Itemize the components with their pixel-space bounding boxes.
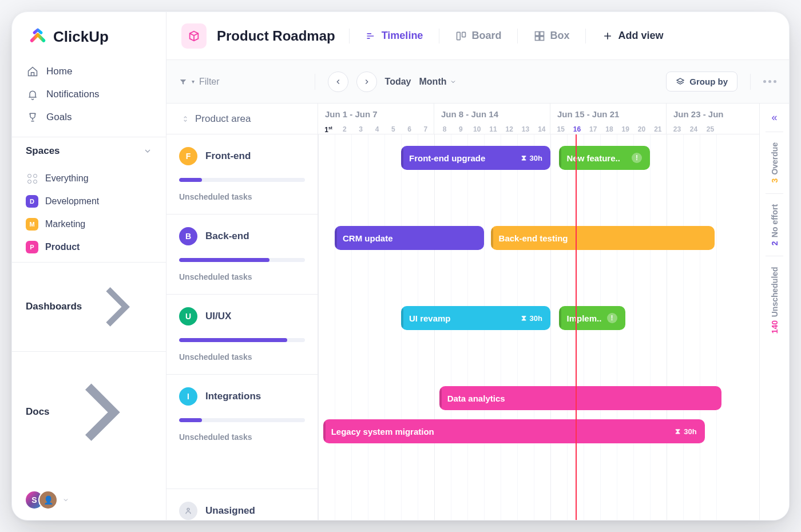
next-button[interactable] <box>356 72 377 92</box>
add-view[interactable]: Add view <box>600 27 665 44</box>
view-board[interactable]: Board <box>453 27 503 44</box>
more-menu[interactable] <box>763 80 776 83</box>
day-cell: 24 <box>685 125 702 133</box>
rail-unscheduled[interactable]: 140 Unscheduled <box>770 256 779 344</box>
space-list: Everything D Development M Marketing P P… <box>12 165 166 262</box>
row-header[interactable]: BBack-end Unscheduled tasks <box>166 215 318 295</box>
day-cell: 13 <box>517 125 533 133</box>
space-label: Product <box>45 242 80 252</box>
sidebar: ClickUp Home Notifications Goals Spaces <box>12 12 166 520</box>
plus-icon <box>602 30 613 42</box>
hourglass-icon: ⧗ <box>521 313 526 323</box>
spaces-header[interactable]: Spaces <box>12 137 166 165</box>
row-header[interactable]: UUI/UX Unscheduled tasks <box>166 295 318 375</box>
content: Product area Jun 1 - Jun 71st234567Jun 8… <box>166 104 789 520</box>
groupby-label: Group by <box>689 77 728 86</box>
view-timeline[interactable]: Timeline <box>363 27 426 44</box>
week-label: Jun 15 - Jun 21 <box>550 109 666 125</box>
space-product[interactable]: P Product <box>19 236 159 259</box>
view-box[interactable]: Box <box>532 27 572 44</box>
row-badge <box>179 502 197 520</box>
separator <box>315 74 315 90</box>
avatar: 👤 <box>38 490 58 510</box>
day-cell: 7 <box>418 125 434 134</box>
header: Product Roadmap Timeline Board Box Add v… <box>166 12 789 60</box>
row-badge: B <box>179 227 197 245</box>
box-icon <box>534 30 545 42</box>
home-icon <box>27 66 38 77</box>
clickup-logo-icon <box>28 27 47 46</box>
nav-notifications[interactable]: Notifications <box>19 83 159 106</box>
rail-label: No effort <box>770 204 779 237</box>
range-select[interactable]: Month <box>419 77 457 87</box>
row-header[interactable]: Unasigned <box>166 489 318 520</box>
toolbar: ▾ Filter Today Month Group by <box>166 60 789 104</box>
day-cell: 3 <box>353 125 369 134</box>
row-label: Unasigned <box>205 505 255 517</box>
week-label: Jun 8 - Jun 14 <box>434 109 550 125</box>
add-view-label: Add view <box>618 30 663 42</box>
timeline-bar[interactable]: Implem..! <box>559 306 625 330</box>
user-area[interactable]: S 👤 <box>12 480 166 520</box>
rail-overdue[interactable]: 3 Overdue <box>770 132 779 193</box>
space-marketing[interactable]: M Marketing <box>19 213 159 236</box>
row-header[interactable]: IIntegrations Unscheduled tasks <box>166 375 318 489</box>
today-button[interactable]: Today <box>385 77 411 87</box>
unscheduled-label: Unscheduled tasks <box>179 192 305 201</box>
rail-collapse[interactable]: « <box>771 104 777 132</box>
dashboards-section[interactable]: Dashboards <box>12 262 166 351</box>
chevron-right-icon <box>82 272 152 342</box>
row-badge: U <box>179 307 197 325</box>
groupby-button[interactable]: Group by <box>666 72 737 92</box>
bar-label: New feature.. <box>567 153 620 163</box>
timeline-bar[interactable]: UI revamp⧗30h <box>401 306 550 330</box>
svg-rect-3 <box>540 31 544 35</box>
timeline-bar[interactable]: Legacy system migration⧗30h <box>323 419 705 443</box>
chevron-right-icon <box>363 78 371 86</box>
view-label: Box <box>550 30 569 42</box>
section-label: Docs <box>26 406 50 418</box>
space-development[interactable]: D Development <box>19 190 159 213</box>
rail-count: 140 <box>770 320 779 334</box>
space-everything[interactable]: Everything <box>19 167 159 190</box>
bar-label: CRM update <box>343 233 393 243</box>
bar-meta: ! <box>632 153 642 163</box>
weeks: Jun 1 - Jun 71st234567Jun 8 - Jun 148910… <box>318 104 789 134</box>
timeline-bar[interactable]: Back-end testing <box>491 226 715 250</box>
day-cell: 10 <box>469 125 485 133</box>
timeline-bar[interactable]: CRM update <box>335 226 484 250</box>
timeline-area[interactable]: Front-end upgrade⧗30hNew feature..!CRM u… <box>318 134 789 520</box>
warning-icon: ! <box>632 153 642 163</box>
day-cell: 25 <box>702 125 719 133</box>
prev-button[interactable] <box>328 72 348 92</box>
row-header[interactable]: FFront-end Unscheduled tasks <box>166 134 318 215</box>
nav-home[interactable]: Home <box>19 60 159 83</box>
bar-meta: ⧗30h <box>521 313 542 323</box>
timeline-icon <box>366 30 377 42</box>
row-head: FFront-end <box>179 147 305 165</box>
space-label: Everything <box>45 173 89 184</box>
week-label: Jun 1 - Jun 7 <box>318 109 434 125</box>
view-label: Timeline <box>382 30 423 42</box>
week-column: Jun 8 - Jun 14891011121314 <box>434 104 550 134</box>
filter-button[interactable]: ▾ Filter <box>179 77 220 87</box>
row-label: Back-end <box>205 231 249 242</box>
timeline-bar[interactable]: Data analytics <box>439 386 721 410</box>
timeline-bar[interactable]: New feature..! <box>559 146 651 170</box>
nav-goals[interactable]: Goals <box>19 106 159 129</box>
separator <box>349 29 350 43</box>
row-head: UUI/UX <box>179 307 305 325</box>
day-cell: 4 <box>369 125 385 134</box>
chevron-left-icon <box>334 78 342 86</box>
timeline-bar[interactable]: Front-end upgrade⧗30h <box>401 146 550 170</box>
main: Product Roadmap Timeline Board Box Add v… <box>166 12 789 520</box>
logo[interactable]: ClickUp <box>12 12 166 58</box>
rail-noeffort[interactable]: 2 No effort <box>770 194 779 256</box>
layers-icon <box>676 77 685 86</box>
docs-section[interactable]: Docs <box>12 351 166 473</box>
bell-icon <box>27 89 38 100</box>
bar-label: Legacy system migration <box>331 427 434 436</box>
unscheduled-label: Unscheduled tasks <box>179 352 305 362</box>
groupby-column-header[interactable]: Product area <box>166 104 318 134</box>
rail-label: Overdue <box>770 142 779 175</box>
